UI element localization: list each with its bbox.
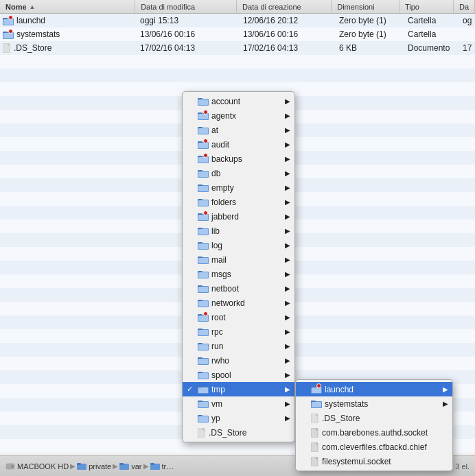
context-menu: account▶ agentx▶ at▶ audit▶ backups▶ db▶…	[182, 91, 295, 442]
svg-rect-27	[198, 186, 208, 191]
menu-item-label: netboot	[211, 284, 239, 294]
svg-rect-9	[198, 99, 208, 105]
svg-rect-72	[198, 402, 208, 407]
table-row[interactable]: systemstats 13/06/16 00:16 13/06/16 00:1…	[0, 27, 475, 41]
svg-rect-21	[198, 157, 208, 163]
svg-rect-66	[198, 373, 208, 379]
table-row[interactable]: launchd oggi 15:13 12/06/16 20:12 Zero b…	[0, 14, 475, 27]
menu-item-networkd[interactable]: networkd▶	[183, 296, 294, 310]
menu-item-mail[interactable]: mail▶	[183, 252, 294, 267]
status-count: 3 el.	[455, 462, 470, 471]
doc-small-icon	[311, 442, 319, 452]
svg-point-88	[12, 465, 14, 467]
folder-icon	[198, 126, 209, 134]
menu-item-backups[interactable]: backups▶	[183, 152, 294, 166]
menu-item-label: jabberd	[211, 212, 239, 222]
menu-item-spool[interactable]: spool▶	[183, 368, 294, 382]
menu-item-label: rpc	[211, 327, 223, 337]
submenu-arrow-icon: ▶	[285, 285, 290, 292]
folder-icon	[198, 298, 209, 307]
submenu-item-systemstats_sub[interactable]: systemstats▶	[296, 396, 452, 411]
breadcrumb-separator: ▶	[113, 462, 118, 470]
menu-item-msgs[interactable]: msgs▶	[183, 267, 294, 281]
menu-item-label: backups	[211, 154, 242, 164]
col-modifica[interactable]: Data di modifica	[135, 0, 237, 13]
file-modifica-systemstats: 13/06/16 00:16	[140, 29, 243, 39]
submenu-item-launchd_sub[interactable]: launchd▶	[296, 382, 452, 396]
menu-item-audit[interactable]: audit▶	[183, 137, 294, 152]
menu-item-tmp[interactable]: ✓ tmp▶	[183, 382, 294, 396]
submenu-arrow-icon: ▶	[285, 97, 290, 105]
file-tipo-systemstats: Cartella	[408, 29, 463, 39]
menu-item-ds_store_menu[interactable]: .DS_Store	[183, 425, 294, 440]
menu-item-folders[interactable]: folders▶	[183, 195, 294, 209]
svg-rect-45	[198, 272, 208, 278]
menu-item-label: .DS_Store	[209, 428, 246, 438]
svg-rect-54	[198, 316, 208, 321]
submenu-arrow-icon: ▶	[285, 169, 290, 177]
menu-item-at[interactable]: at▶	[183, 123, 294, 137]
menu-item-netboot[interactable]: netboot▶	[183, 281, 294, 296]
col-extra[interactable]: Da	[454, 0, 475, 13]
svg-rect-69	[198, 388, 208, 393]
menu-item-db[interactable]: db▶	[183, 166, 294, 180]
submenu-item-ds_store_sub[interactable]: .DS_Store	[296, 411, 452, 425]
col-nome[interactable]: Nome ▲	[0, 0, 135, 13]
menu-item-label: at	[211, 126, 218, 135]
menu-item-label: msgs	[211, 270, 231, 279]
breadcrumb-item[interactable]: tr…	[150, 462, 174, 471]
red-badge-icon	[203, 211, 208, 215]
col-tipo[interactable]: Tipo	[399, 0, 454, 13]
breadcrumb-item[interactable]: var	[119, 462, 141, 471]
table-row[interactable]: .DS_Store 17/02/16 04:13 17/02/16 04:13 …	[0, 41, 475, 55]
menu-item-jabberd[interactable]: jabberd▶	[183, 209, 294, 224]
submenu-item-com_barebones[interactable]: com.barebones.authd.socket	[296, 425, 452, 440]
submenu-item-filesystemui[interactable]: filesystemui.socket	[296, 454, 452, 468]
breadcrumb-separator: ▶	[143, 462, 149, 470]
breadcrumb-separator: ▶	[70, 462, 76, 470]
breadcrumb-label: var	[131, 462, 141, 471]
folder-icon	[198, 399, 209, 408]
submenu-item-label: launchd	[325, 385, 354, 394]
breadcrumb-item[interactable]: private	[77, 462, 111, 471]
col-creazione[interactable]: Data di creazione	[237, 0, 332, 13]
hd-icon	[5, 462, 15, 471]
sort-arrow: ▲	[30, 3, 36, 10]
menu-item-agentx[interactable]: agentx▶	[183, 108, 294, 123]
col-dimensioni[interactable]: Dimensioni	[332, 0, 399, 13]
submenu-arrow-icon: ▶	[285, 155, 290, 163]
folder-icon	[198, 284, 209, 293]
menu-item-rwho[interactable]: rwho▶	[183, 353, 294, 368]
svg-rect-60	[198, 344, 208, 350]
red-badge-icon	[316, 383, 321, 388]
file-name-dsstore: .DS_Store	[3, 43, 140, 53]
menu-item-label: networkd	[211, 298, 245, 308]
file-dimensioni-dsstore: 6 KB	[339, 43, 408, 53]
submenu-item-com_cleverfiles[interactable]: com.cleverfiles.cfbackd.chief	[296, 440, 452, 454]
menu-item-empty[interactable]: empty▶	[183, 180, 294, 195]
file-extra-dsstore: 17	[463, 43, 472, 53]
submenu-arrow-icon: ▶	[285, 357, 290, 364]
file-creazione-systemstats: 13/06/16 00:16	[243, 29, 339, 39]
svg-rect-12	[198, 114, 208, 119]
menu-item-account[interactable]: account▶	[183, 94, 294, 108]
file-dimensioni-launchd: Zero byte (1)	[339, 16, 408, 25]
file-name-text: launchd	[16, 16, 45, 25]
breadcrumb-item[interactable]: MACBOOK HD	[5, 462, 69, 471]
folder-icon	[198, 241, 209, 250]
menu-item-label: empty	[211, 183, 234, 193]
menu-item-lib[interactable]: lib▶	[183, 224, 294, 238]
menu-item-log[interactable]: log▶	[183, 238, 294, 252]
menu-item-yp[interactable]: yp▶	[183, 411, 294, 425]
menu-item-vm[interactable]: vm▶	[183, 396, 294, 411]
menu-item-root[interactable]: root▶	[183, 310, 294, 324]
submenu-arrow-icon: ▶	[285, 299, 290, 307]
submenu-arrow-icon: ▶	[285, 313, 290, 321]
red-badge-icon	[203, 110, 208, 115]
menu-item-rpc[interactable]: rpc▶	[183, 324, 294, 339]
svg-rect-42	[198, 258, 208, 263]
menu-item-label: agentx	[211, 111, 236, 121]
menu-item-run[interactable]: run▶	[183, 339, 294, 353]
doc-icon	[198, 428, 206, 438]
col-dimensioni-label: Dimensioni	[337, 3, 374, 11]
